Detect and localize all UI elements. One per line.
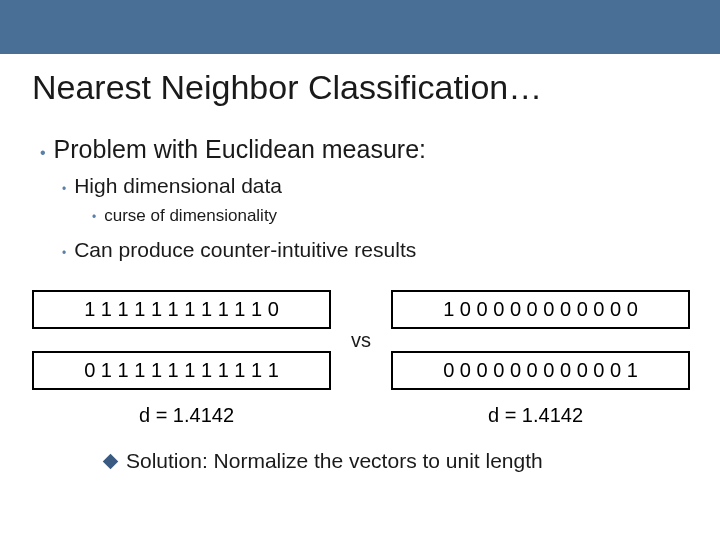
bullet-icon: • bbox=[40, 145, 46, 161]
bullet-level2-text: High dimensional data bbox=[74, 174, 282, 198]
solution-row: Solution: Normalize the vectors to unit … bbox=[105, 449, 720, 473]
left-column: 1 1 1 1 1 1 1 1 1 1 1 0 0 1 1 1 1 1 1 1 … bbox=[32, 290, 331, 390]
right-column: 1 0 0 0 0 0 0 0 0 0 0 0 0 0 0 0 0 0 0 0 … bbox=[391, 290, 690, 390]
header-band bbox=[0, 0, 720, 54]
solution-text: Solution: Normalize the vectors to unit … bbox=[126, 449, 543, 473]
bullet-icon: • bbox=[62, 247, 66, 259]
vector-box: 1 0 0 0 0 0 0 0 0 0 0 0 bbox=[391, 290, 690, 329]
bullet-level2-a: • High dimensional data bbox=[62, 174, 690, 198]
vector-row: 1 1 1 1 1 1 1 1 1 1 1 0 0 1 1 1 1 1 1 1 … bbox=[32, 290, 690, 390]
bullet-level2-text: Can produce counter-intuitive results bbox=[74, 238, 416, 262]
slide-title: Nearest Neighbor Classification… bbox=[32, 68, 720, 107]
diamond-icon bbox=[103, 453, 119, 469]
bullet-level3-a: • curse of dimensionality bbox=[92, 206, 690, 226]
bullet-level3-text: curse of dimensionality bbox=[104, 206, 277, 226]
example-area: 1 1 1 1 1 1 1 1 1 1 1 0 0 1 1 1 1 1 1 1 … bbox=[0, 290, 720, 390]
vector-box: 0 1 1 1 1 1 1 1 1 1 1 1 bbox=[32, 351, 331, 390]
distance-row: d = 1.4142 d = 1.4142 bbox=[0, 404, 720, 427]
bullet-icon: • bbox=[92, 211, 96, 223]
content-area: • Problem with Euclidean measure: • High… bbox=[40, 135, 690, 262]
vector-box: 0 0 0 0 0 0 0 0 0 0 0 1 bbox=[391, 351, 690, 390]
bullet-icon: • bbox=[62, 183, 66, 195]
distance-left: d = 1.4142 bbox=[32, 404, 341, 427]
bullet-level1-text: Problem with Euclidean measure: bbox=[54, 135, 426, 164]
spacer bbox=[341, 404, 381, 427]
vector-box: 1 1 1 1 1 1 1 1 1 1 1 0 bbox=[32, 290, 331, 329]
bullet-level2-b: • Can produce counter-intuitive results bbox=[62, 238, 690, 262]
distance-right: d = 1.4142 bbox=[381, 404, 690, 427]
bullet-level1: • Problem with Euclidean measure: bbox=[40, 135, 690, 164]
vs-label: vs bbox=[345, 329, 377, 352]
